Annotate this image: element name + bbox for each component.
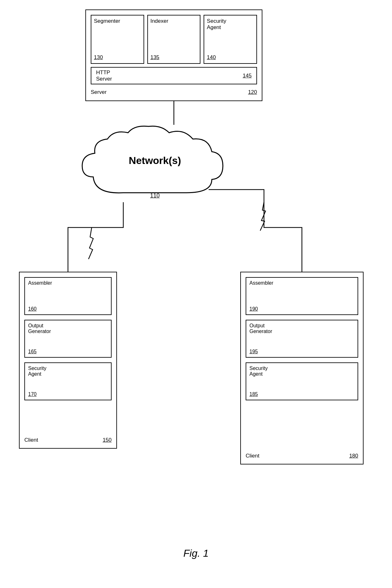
assembler-left-component: Assembler 160 [24, 277, 112, 315]
indexer-component: Indexer 135 [147, 15, 201, 64]
output-generator-left-num: 165 [28, 349, 108, 355]
segmenter-label: Segmenter [94, 18, 141, 24]
security-agent-140-component: SecurityAgent 140 [204, 15, 257, 64]
assembler-left-label: Assembler [28, 280, 108, 286]
server-box: Segmenter 130 Indexer 135 SecurityAgent … [85, 9, 262, 101]
client-right-num: 180 [349, 453, 358, 459]
server-num: 120 [248, 89, 257, 95]
server-footer: Server 120 [86, 88, 262, 98]
client-left-label: Client [24, 437, 38, 443]
diagram: Segmenter 130 Indexer 135 SecurityAgent … [0, 0, 392, 569]
network-label: Network(s) [129, 155, 181, 167]
http-server-num: 145 [243, 73, 252, 79]
client-right-box: Assembler 190 OutputGenerator 195 Securi… [240, 272, 364, 464]
segmenter-num: 130 [94, 54, 141, 61]
figure-label: Fig. 1 [183, 548, 209, 559]
output-generator-right-label: OutputGenerator [249, 323, 354, 334]
assembler-right-component: Assembler 190 [246, 277, 358, 315]
security-agent-right-component: SecurityAgent 185 [246, 362, 358, 400]
server-footer-label: Server [91, 89, 107, 95]
indexer-num: 135 [150, 54, 198, 61]
network-num: 110 [150, 192, 160, 199]
indexer-label: Indexer [150, 18, 198, 24]
http-server-component: HTTPServer 145 [91, 67, 257, 84]
assembler-left-num: 160 [28, 306, 108, 312]
security-agent-right-label: SecurityAgent [249, 366, 354, 377]
security-agent-140-label: SecurityAgent [207, 18, 254, 31]
output-generator-left-label: OutputGenerator [28, 323, 108, 334]
network-cloud-container: Network(s) 110 [76, 123, 234, 205]
assembler-right-label: Assembler [249, 280, 354, 286]
security-agent-left-num: 170 [28, 391, 108, 397]
http-server-label: HTTPServer [96, 70, 112, 82]
client-left-num: 150 [103, 437, 112, 443]
security-agent-right-num: 185 [249, 391, 354, 397]
assembler-right-num: 190 [249, 306, 354, 312]
segmenter-component: Segmenter 130 [91, 15, 144, 64]
security-agent-140-num: 140 [207, 54, 254, 61]
output-generator-right-num: 195 [249, 349, 354, 355]
output-generator-right-component: OutputGenerator 195 [246, 320, 358, 358]
client-left-footer: Client 150 [24, 437, 112, 443]
security-agent-left-label: SecurityAgent [28, 366, 108, 377]
security-agent-left-component: SecurityAgent 170 [24, 362, 112, 400]
client-right-label: Client [246, 453, 259, 459]
client-left-box: Assembler 160 OutputGenerator 165 Securi… [19, 272, 117, 449]
client-right-footer: Client 180 [246, 453, 358, 459]
output-generator-left-component: OutputGenerator 165 [24, 320, 112, 358]
